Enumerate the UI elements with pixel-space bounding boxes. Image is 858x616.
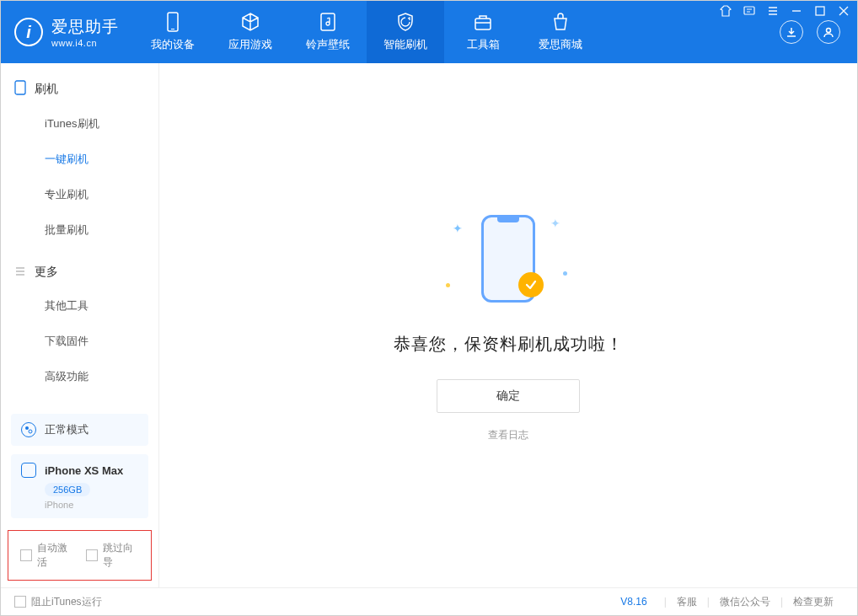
svg-rect-3 xyxy=(475,19,491,29)
svg-rect-5 xyxy=(744,7,754,14)
svg-point-8 xyxy=(25,426,29,430)
tab-smart-flash[interactable]: 智能刷机 xyxy=(367,1,444,63)
confirm-button[interactable]: 确定 xyxy=(437,379,580,413)
skip-guide-checkbox[interactable] xyxy=(86,549,98,561)
close-icon[interactable] xyxy=(838,5,850,17)
device-card[interactable]: iPhone XS Max 256GB iPhone xyxy=(11,454,148,518)
tab-apps-games[interactable]: 应用游戏 xyxy=(212,1,289,63)
user-icon[interactable] xyxy=(817,20,840,44)
sidebar-section-more: 更多 xyxy=(1,248,158,288)
sidebar-item-advanced[interactable]: 高级功能 xyxy=(1,359,158,394)
app-header: i 爱思助手 www.i4.cn 我的设备 应用游戏 铃声壁纸 智能刷机 工具箱 xyxy=(1,1,857,63)
device-small-icon xyxy=(21,463,36,478)
block-itunes-checkbox[interactable] xyxy=(14,596,26,608)
wechat-link[interactable]: 微信公众号 xyxy=(710,595,780,609)
success-illustration: ✦ ✦ xyxy=(432,208,584,309)
svg-rect-1 xyxy=(171,29,174,29)
svg-rect-6 xyxy=(816,7,824,15)
footer-bar: 阻止iTunes运行 V8.16 | 客服 | 微信公众号 | 检查更新 xyxy=(1,587,857,615)
block-itunes-label: 阻止iTunes运行 xyxy=(31,595,102,609)
svg-rect-7 xyxy=(15,81,25,94)
bottom-options-highlight: 自动激活 跳过向导 xyxy=(8,530,152,581)
shop-icon xyxy=(550,12,571,32)
support-link[interactable]: 客服 xyxy=(667,595,707,609)
feedback-icon[interactable] xyxy=(743,5,755,17)
app-url: www.i4.cn xyxy=(51,38,119,48)
sidebar: 刷机 iTunes刷机 一键刷机 专业刷机 批量刷机 更多 其他工具 下载固件 … xyxy=(1,63,159,587)
window-controls xyxy=(720,5,850,17)
check-update-link[interactable]: 检查更新 xyxy=(783,595,844,609)
toolbox-icon xyxy=(473,12,493,32)
dot-icon xyxy=(446,283,450,287)
app-title: 爱思助手 xyxy=(51,16,119,38)
sidebar-item-pro-flash[interactable]: 专业刷机 xyxy=(1,177,158,212)
mode-label: 正常模式 xyxy=(45,422,88,437)
music-icon xyxy=(318,12,338,32)
tab-label: 我的设备 xyxy=(151,37,195,52)
auto-activate-label: 自动激活 xyxy=(37,541,74,570)
device-mode-card[interactable]: 正常模式 xyxy=(11,414,148,446)
sidebar-item-oneclick-flash[interactable]: 一键刷机 xyxy=(1,142,158,177)
view-log-link[interactable]: 查看日志 xyxy=(488,428,528,442)
shirt-icon[interactable] xyxy=(720,5,732,17)
download-icon[interactable] xyxy=(780,20,803,44)
phone-outline-icon xyxy=(14,80,26,98)
minimize-icon[interactable] xyxy=(791,5,802,17)
svg-rect-0 xyxy=(168,13,178,31)
cube-icon xyxy=(240,12,260,32)
tab-shop[interactable]: 爱思商城 xyxy=(522,1,599,63)
sidebar-item-itunes-flash[interactable]: iTunes刷机 xyxy=(1,106,158,142)
device-icon xyxy=(163,12,183,32)
sidebar-section-flash: 刷机 xyxy=(1,63,158,106)
svg-point-9 xyxy=(29,430,32,433)
tab-label: 应用游戏 xyxy=(228,37,272,52)
device-type: iPhone xyxy=(45,500,138,510)
skip-guide-label: 跳过向导 xyxy=(103,541,140,570)
mode-icon xyxy=(21,422,36,437)
tab-toolbox[interactable]: 工具箱 xyxy=(444,1,522,63)
tab-label: 铃声壁纸 xyxy=(306,37,350,52)
tab-ringtone-wallpaper[interactable]: 铃声壁纸 xyxy=(289,1,367,63)
sparkle-icon: ✦ xyxy=(453,222,463,235)
tab-label: 工具箱 xyxy=(467,37,500,52)
tab-my-device[interactable]: 我的设备 xyxy=(134,1,212,63)
device-capacity: 256GB xyxy=(45,483,90,496)
tab-label: 爱思商城 xyxy=(539,37,582,52)
maximize-icon[interactable] xyxy=(814,5,826,17)
shield-icon xyxy=(395,12,416,32)
checkmark-badge-icon xyxy=(518,272,544,297)
logo-icon: i xyxy=(14,18,43,46)
list-icon xyxy=(14,265,26,280)
section-title: 刷机 xyxy=(35,82,58,97)
sparkle-icon: ✦ xyxy=(550,217,560,230)
menu-icon[interactable] xyxy=(767,5,779,17)
app-logo: i 爱思助手 www.i4.cn xyxy=(1,1,134,63)
svg-point-4 xyxy=(827,29,831,33)
tab-label: 智能刷机 xyxy=(383,37,427,52)
sidebar-item-other-tools[interactable]: 其他工具 xyxy=(1,288,158,324)
sidebar-item-download-firmware[interactable]: 下载固件 xyxy=(1,324,158,359)
dot-icon xyxy=(563,271,567,276)
version-label: V8.16 xyxy=(620,596,646,608)
auto-activate-checkbox[interactable] xyxy=(20,549,32,561)
main-content: ✦ ✦ 恭喜您，保资料刷机成功啦！ 确定 查看日志 xyxy=(159,63,857,587)
section-title: 更多 xyxy=(35,265,58,280)
device-name: iPhone XS Max xyxy=(45,464,123,477)
header-tabs: 我的设备 应用游戏 铃声壁纸 智能刷机 工具箱 爱思商城 xyxy=(134,1,780,63)
sidebar-item-batch-flash[interactable]: 批量刷机 xyxy=(1,212,158,248)
success-message: 恭喜您，保资料刷机成功啦！ xyxy=(394,333,624,356)
